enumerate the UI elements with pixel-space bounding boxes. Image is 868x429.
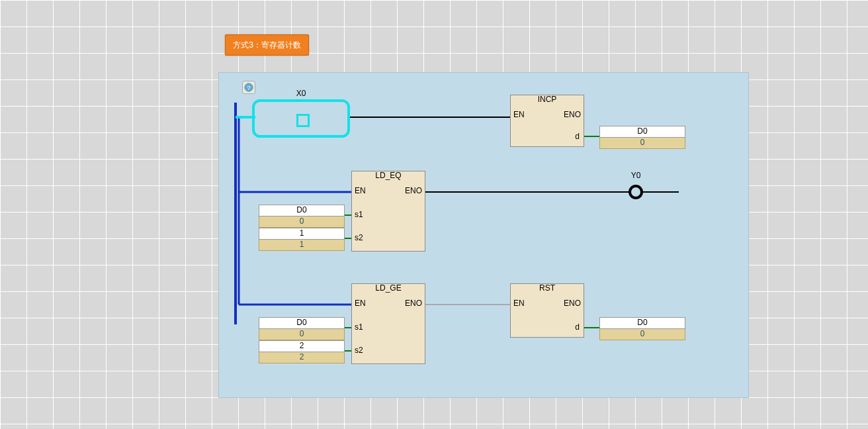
tag-value: 2: [259, 352, 345, 363]
pin-en: EN: [513, 299, 525, 308]
pin-en: EN: [355, 299, 366, 308]
coil-icon: [627, 183, 645, 201]
block-incp-title: INCP: [511, 95, 584, 104]
block-ldge-title: LD_GE: [352, 283, 425, 293]
tag-value: 1: [259, 240, 345, 251]
tag-ldeq-s2[interactable]: 1 1: [259, 228, 345, 251]
tag-incp-d[interactable]: D0 0: [599, 126, 685, 149]
pin-s1: s1: [355, 322, 363, 332]
tag-value: 0: [599, 138, 685, 149]
block-ldeq-title: LD_EQ: [352, 171, 425, 180]
tag-name: D0: [599, 317, 685, 329]
block-ldeq[interactable]: LD_EQ EN ENO s1 s2: [351, 171, 425, 252]
pin-s1: s1: [355, 210, 363, 219]
pin-en: EN: [355, 186, 366, 195]
coil-label: Y0: [627, 171, 645, 180]
block-rst[interactable]: RST EN ENO d: [510, 283, 584, 338]
method-title-button[interactable]: 方式3：寄存器计数: [225, 34, 309, 56]
contact-x0[interactable]: X0: [252, 99, 350, 138]
tag-name: D0: [259, 205, 345, 216]
pin-s2: s2: [355, 233, 363, 242]
pin-eno: ENO: [564, 299, 581, 308]
contact-symbol: [296, 114, 310, 127]
tag-value: 0: [599, 329, 685, 340]
tag-value: 0: [259, 329, 345, 340]
coil-y0[interactable]: Y0: [627, 183, 645, 201]
pin-d: d: [575, 132, 580, 141]
pin-d: d: [575, 322, 580, 332]
pin-eno: ENO: [405, 299, 422, 308]
block-rst-title: RST: [511, 283, 584, 293]
block-ldge[interactable]: LD_GE EN ENO s1 s2: [351, 283, 425, 364]
tag-name: 2: [259, 340, 345, 352]
pin-s2: s2: [355, 346, 363, 355]
pin-eno: ENO: [564, 110, 581, 119]
block-incp[interactable]: INCP EN ENO d: [510, 95, 584, 147]
svg-point-17: [630, 186, 642, 198]
pin-eno: ENO: [405, 186, 422, 195]
tag-value: 0: [259, 216, 345, 228]
tag-name: 1: [259, 228, 345, 240]
pin-en: EN: [513, 110, 525, 119]
tag-rst-d[interactable]: D0 0: [599, 317, 685, 340]
tag-name: D0: [599, 126, 685, 138]
ladder-canvas[interactable]: ? X0 INCP E: [218, 72, 749, 398]
method-title-label: 方式3：寄存器计数: [233, 40, 301, 51]
tag-ldeq-s1[interactable]: D0 0: [259, 205, 345, 228]
tag-name: D0: [259, 317, 345, 329]
tag-ldge-s2[interactable]: 2 2: [259, 340, 345, 363]
tag-ldge-s1[interactable]: D0 0: [259, 317, 345, 340]
